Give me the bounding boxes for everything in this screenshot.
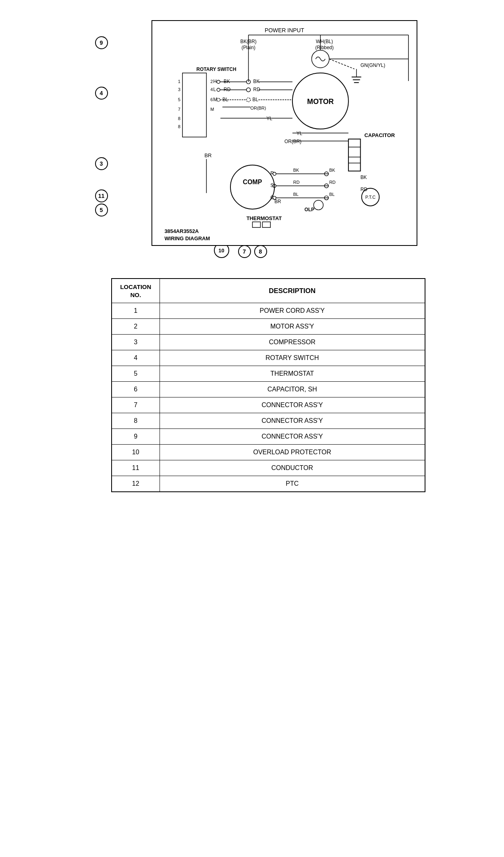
svg-point-28 <box>217 98 220 102</box>
table-row: 12 PTC <box>112 476 425 492</box>
svg-point-82 <box>313 200 323 210</box>
num-11: 11 <box>95 189 108 202</box>
description: CONNECTOR ASS'Y <box>160 429 425 445</box>
svg-text:CAPACITOR: CAPACITOR <box>364 132 395 138</box>
description: COMPRESSOR <box>160 335 425 350</box>
svg-point-26 <box>217 80 220 83</box>
power-input-label: POWER INPUT <box>264 27 304 33</box>
svg-point-61 <box>230 165 274 209</box>
svg-text:BK: BK <box>224 79 230 84</box>
svg-text:WIRING DIAGRAM: WIRING DIAGRAM <box>164 235 210 241</box>
svg-text:3: 3 <box>178 87 180 92</box>
location-no: 4 <box>112 350 160 366</box>
svg-point-34 <box>246 98 250 102</box>
svg-text:BK: BK <box>329 168 335 173</box>
svg-text:RD: RD <box>293 180 299 185</box>
svg-point-27 <box>217 88 220 92</box>
location-no: 6 <box>112 382 160 397</box>
description: CONDUCTOR <box>160 460 425 476</box>
svg-text:RD: RD <box>329 180 336 185</box>
table-row: 3 COMPRESSOR <box>112 335 425 350</box>
description: CAPACITOR, SH <box>160 382 425 397</box>
location-no: 7 <box>112 397 160 413</box>
table-row: 2 MOTOR ASS'Y <box>112 319 425 335</box>
svg-text:8: 8 <box>178 116 180 121</box>
wiring-diagram-section: 9 1 4 2 3 6 11 5 12 10 7 8 POWER INPUT B… <box>95 12 409 262</box>
location-no: 3 <box>112 335 160 350</box>
svg-text:4: 4 <box>210 87 213 92</box>
svg-text:BK: BK <box>360 175 367 180</box>
location-no: 2 <box>112 319 160 335</box>
parts-table: LOCATIONNO. DESCRIPTION 1 POWER CORD ASS… <box>111 278 425 492</box>
num-5: 5 <box>95 204 108 216</box>
description: ROTARY SWITCH <box>160 350 425 366</box>
description: MOTOR ASS'Y <box>160 319 425 335</box>
description: PTC <box>160 476 425 492</box>
location-no: 1 <box>112 303 160 319</box>
table-row: 11 CONDUCTOR <box>112 460 425 476</box>
description: CONNECTOR ASS'Y <box>160 397 425 413</box>
table-row: 1 POWER CORD ASS'Y <box>112 303 425 319</box>
col-description-header: DESCRIPTION <box>160 279 425 303</box>
svg-text:ROTARY SWITCH: ROTARY SWITCH <box>196 67 236 72</box>
svg-text:RD: RD <box>253 87 260 92</box>
svg-text:6: 6 <box>210 97 213 102</box>
svg-text:RD: RD <box>224 87 231 92</box>
location-no: 8 <box>112 413 160 429</box>
svg-text:COMP: COMP <box>243 179 262 185</box>
svg-text:BL: BL <box>329 192 334 197</box>
table-row: 9 CONNECTOR ASS'Y <box>112 429 425 445</box>
svg-text:M: M <box>210 107 214 112</box>
page-container: 9 1 4 2 3 6 11 5 12 10 7 8 POWER INPUT B… <box>31 12 474 492</box>
svg-text:BK: BK <box>253 79 259 84</box>
svg-text:(Ribbed): (Ribbed) <box>315 45 334 50</box>
svg-text:BL: BL <box>293 192 298 197</box>
description: THERMOSTAT <box>160 366 425 382</box>
svg-text:MOTOR: MOTOR <box>307 98 334 106</box>
svg-text:WH(BL): WH(BL) <box>316 39 333 44</box>
table-row: 10 OVERLOAD PROTECTOR <box>112 445 425 460</box>
table-row: 7 CONNECTOR ASS'Y <box>112 397 425 413</box>
svg-text:THERMOSTAT: THERMOSTAT <box>246 215 282 221</box>
svg-rect-55 <box>348 139 360 171</box>
description: OVERLOAD PROTECTOR <box>160 445 425 460</box>
svg-point-33 <box>246 88 250 92</box>
location-no: 5 <box>112 366 160 382</box>
location-no: 9 <box>112 429 160 445</box>
num-4: 4 <box>95 87 108 100</box>
svg-text:L: L <box>213 87 216 92</box>
svg-rect-12 <box>182 73 206 137</box>
table-row: 8 CONNECTOR ASS'Y <box>112 413 425 429</box>
location-no: 12 <box>112 476 160 492</box>
svg-text:8: 8 <box>178 124 180 129</box>
svg-text:BL: BL <box>222 97 228 102</box>
location-no: 11 <box>112 460 160 476</box>
description: CONNECTOR ASS'Y <box>160 413 425 429</box>
description: POWER CORD ASS'Y <box>160 303 425 319</box>
table-row: 5 THERMOSTAT <box>112 366 425 382</box>
svg-text:1: 1 <box>178 79 180 84</box>
table-row: 6 CAPACITOR, SH <box>112 382 425 397</box>
svg-text:OR(BR): OR(BR) <box>284 139 301 144</box>
svg-text:GN(GN/YL): GN(GN/YL) <box>360 62 385 68</box>
svg-rect-86 <box>262 222 270 227</box>
svg-text:BR: BR <box>274 199 281 204</box>
svg-text:BL: BL <box>252 97 258 102</box>
svg-rect-85 <box>252 222 260 227</box>
num-7: 7 <box>238 245 251 258</box>
svg-text:YL: YL <box>296 131 302 136</box>
svg-text:2: 2 <box>210 79 213 84</box>
table-row: 4 ROTARY SWITCH <box>112 350 425 366</box>
svg-text:BK: BK <box>293 168 299 173</box>
svg-text:3854AR3552A: 3854AR3552A <box>164 228 199 234</box>
location-no: 10 <box>112 445 160 460</box>
svg-text:BR: BR <box>204 152 212 158</box>
svg-line-10 <box>329 59 355 69</box>
svg-text:OR(BR): OR(BR) <box>250 106 266 110</box>
svg-text:YL: YL <box>266 116 272 121</box>
num-8: 8 <box>254 245 267 258</box>
col-location-header: LOCATIONNO. <box>112 279 160 303</box>
parts-table-section: LOCATIONNO. DESCRIPTION 1 POWER CORD ASS… <box>111 278 425 492</box>
svg-text:7: 7 <box>178 107 180 112</box>
svg-text:OLP: OLP <box>304 207 314 212</box>
